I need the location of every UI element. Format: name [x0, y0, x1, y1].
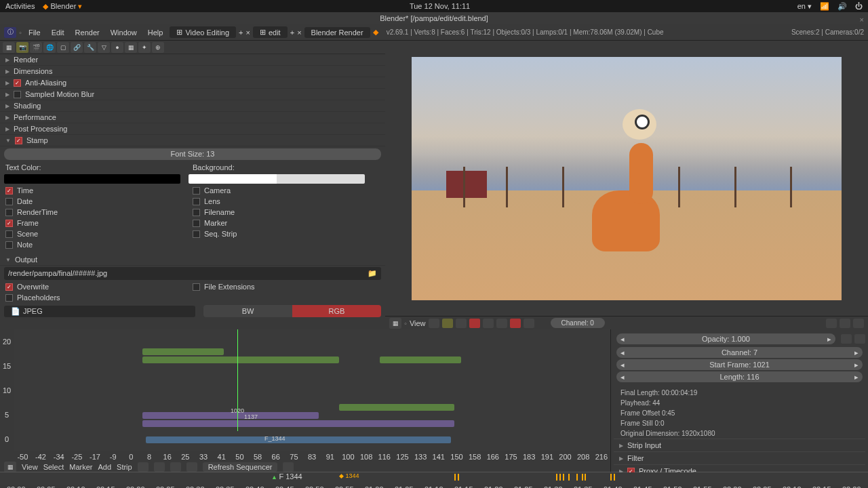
seq-editor-icon[interactable]: ▦	[4, 462, 16, 472]
section-render[interactable]: ▶Render	[0, 54, 385, 66]
strip-video-3[interactable]	[146, 436, 451, 443]
menu-file[interactable]: File	[24, 27, 45, 38]
sequencer[interactable]: 20151050 1020 1137 F_1344 -50-42-34-25-1…	[0, 329, 610, 472]
tab-texture-icon[interactable]: ▦	[125, 42, 137, 53]
menu-render[interactable]: Render	[71, 27, 104, 38]
output-path-field[interactable]: /render/pampa/final/#####.jpg📁	[4, 267, 381, 280]
opacity-field[interactable]: ◂Opacity: 1.000▸	[616, 333, 835, 344]
marker-chk[interactable]	[193, 220, 200, 227]
section-dimensions[interactable]: ▶Dimensions	[0, 66, 385, 77]
editor-type-icon[interactable]: ▦	[389, 318, 401, 329]
lens-chk[interactable]	[193, 198, 200, 205]
wifi-icon[interactable]: 📶	[820, 2, 829, 11]
section-strip-input[interactable]: ▶Strip Input	[614, 439, 865, 451]
layout-dropdown[interactable]: ⊞ Video Editing	[170, 26, 236, 38]
scene-chk[interactable]	[5, 230, 13, 238]
browse-icon[interactable]: 📁	[368, 269, 377, 278]
menu-edit[interactable]: Edit	[47, 27, 68, 38]
bw-button[interactable]: BW	[203, 305, 292, 317]
tab-physics-icon[interactable]: ⊕	[152, 42, 164, 53]
stamp-checkbox[interactable]	[15, 137, 22, 144]
tab-particles-icon[interactable]: ✦	[138, 42, 151, 53]
prev-tool-2[interactable]	[840, 319, 850, 328]
textcolor-swatch[interactable]	[4, 174, 180, 184]
preview-channel-field[interactable]: Channel: 0	[551, 318, 605, 328]
timeline[interactable]: ▲ F 1344 ◆ 1344 00:0000:0500:1000:1500:2…	[0, 472, 868, 488]
strip-sel[interactable]	[339, 404, 454, 411]
tab-scene-icon[interactable]: 🎬	[30, 42, 42, 53]
tab-data-icon[interactable]: ▽	[98, 42, 110, 53]
display-mode-1[interactable]	[429, 319, 439, 328]
seqstrip-chk[interactable]	[193, 230, 200, 238]
section-stamp[interactable]: ▼Stamp	[0, 135, 385, 146]
prev-tool-3[interactable]	[853, 319, 864, 328]
time-chk[interactable]	[5, 187, 13, 195]
expand-icon[interactable]: ◦	[404, 319, 407, 327]
refresh-sequencer-button[interactable]: Refresh Sequencer	[203, 462, 278, 472]
sequencer-playhead[interactable]	[237, 329, 238, 431]
section-shading[interactable]: ▶Shading	[0, 100, 385, 112]
rendertime-chk[interactable]	[5, 209, 13, 216]
tab-modifiers-icon[interactable]: 🔧	[84, 42, 96, 53]
date-chk[interactable]	[5, 198, 13, 205]
lang-indicator[interactable]: en ▾	[797, 2, 812, 11]
background-swatch[interactable]	[189, 174, 365, 184]
smb-checkbox[interactable]	[14, 91, 21, 98]
display-mode-4[interactable]	[469, 319, 480, 328]
placeholders-chk[interactable]	[5, 294, 13, 302]
remove-scene-icon[interactable]: ×	[297, 28, 301, 37]
strip-audio-3[interactable]	[380, 357, 461, 363]
opacity-key-icon[interactable]	[841, 334, 852, 344]
tab-render-icon[interactable]: ▦	[3, 42, 15, 53]
seq-select-menu[interactable]: Select	[43, 463, 64, 471]
strip-video-2[interactable]	[142, 420, 454, 427]
display-mode-3[interactable]	[456, 319, 467, 328]
channel-field[interactable]: ◂Channel: 7▸	[616, 347, 863, 358]
add-layout-icon[interactable]: +	[239, 28, 243, 37]
seq-tool-4[interactable]	[186, 462, 197, 472]
startframe-field[interactable]: ◂Start Frame: 1021▸	[616, 359, 863, 370]
tab-world-icon[interactable]: 🌐	[43, 42, 56, 53]
prev-tool-1[interactable]	[826, 319, 837, 328]
engine-dropdown[interactable]: Blender Render	[304, 27, 370, 38]
activities-button[interactable]: Activities	[5, 2, 35, 10]
section-aa[interactable]: ▶Anti-Aliasing	[0, 77, 385, 89]
display-mode-2[interactable]	[442, 319, 453, 328]
overwrite-chk[interactable]	[5, 283, 13, 291]
app-menu[interactable]: ◆ Blender ▾	[43, 2, 82, 11]
fileext-chk[interactable]	[193, 283, 200, 291]
seq-marker-menu[interactable]: Marker	[69, 463, 92, 471]
scene-dropdown[interactable]: ⊞ edit	[253, 26, 288, 38]
seq-tool-3[interactable]	[170, 462, 181, 472]
format-dropdown[interactable]: 📄 JPEG	[4, 306, 195, 317]
tab-layers-icon[interactable]: 📷	[16, 42, 28, 53]
opacity-pin-icon[interactable]	[854, 334, 865, 344]
section-post[interactable]: ▶Post Processing	[0, 123, 385, 135]
section-filter[interactable]: ▶Filter	[614, 451, 865, 464]
back-icon[interactable]: ◦	[19, 28, 22, 37]
menu-window[interactable]: Window	[106, 27, 141, 38]
camera-chk[interactable]	[193, 187, 200, 195]
aa-checkbox[interactable]	[14, 79, 21, 87]
menu-help[interactable]: Help	[144, 27, 167, 38]
seq-tool-5[interactable]	[283, 462, 294, 472]
section-performance[interactable]: ▶Performance	[0, 112, 385, 123]
close-icon[interactable]: ×	[860, 14, 864, 26]
section-output[interactable]: ▼Output	[0, 254, 385, 266]
strip-audio-1[interactable]	[142, 348, 224, 355]
length-field[interactable]: ◂Length: 116▸	[616, 371, 863, 382]
seq-tool-2[interactable]	[154, 462, 165, 472]
preview-view-menu[interactable]: View	[410, 319, 426, 327]
filename-chk[interactable]	[193, 209, 200, 216]
volume-icon[interactable]: 🔊	[837, 2, 847, 11]
remove-layout-icon[interactable]: ×	[246, 28, 250, 37]
info-icon[interactable]: ⓘ	[4, 27, 16, 38]
rgb-button[interactable]: RGB	[292, 305, 381, 317]
display-mode-5[interactable]	[483, 319, 494, 328]
display-mode-7[interactable]	[510, 319, 521, 328]
section-smb[interactable]: ▶Sampled Motion Blur	[0, 89, 385, 100]
display-mode-6[interactable]	[496, 319, 507, 328]
fontsize-field[interactable]: Font Size: 13	[4, 148, 381, 160]
seq-add-menu[interactable]: Add	[98, 463, 111, 471]
add-scene-icon[interactable]: +	[290, 28, 294, 37]
